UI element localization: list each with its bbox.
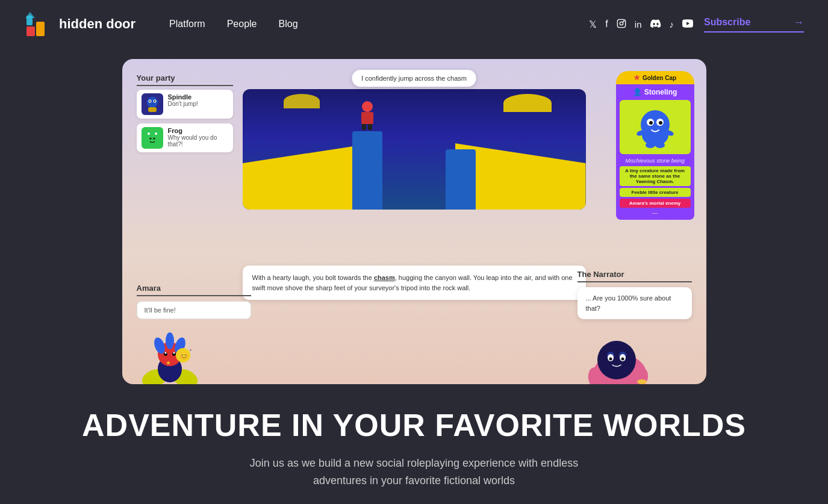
- svg-point-6: [623, 20, 624, 21]
- bottom-section: Amara It'll be fine!: [122, 264, 706, 384]
- hero-subtitle: Join us as we build a new social rolepla…: [234, 455, 595, 490]
- social-icons: 𝕏 f in ♪: [589, 18, 693, 31]
- svg-rect-0: [26, 26, 35, 36]
- discord-icon[interactable]: [650, 18, 661, 31]
- youtube-icon[interactable]: [682, 19, 693, 30]
- hero-section: ADVENTURE IN YOUR FAVORITE WORLDS Join u…: [0, 384, 828, 502]
- main-character: [357, 101, 378, 131]
- card-panel: ★ Golden Cap 👤 Stoneling: [616, 71, 694, 220]
- party-title: Your party: [137, 73, 233, 86]
- narrator-bubble: ... Are you 1000% sure about that?: [577, 287, 692, 319]
- party-member-spindle: Spindle Don't jump!: [137, 90, 233, 119]
- game-panel: I confidently jump across the chasm: [122, 59, 706, 384]
- navbar: hidden door Platform People Blog 𝕏 f in …: [0, 0, 828, 48]
- amara-title: Amara: [137, 284, 251, 296]
- narrator-panel: The Narrator ... Are you 1000% sure abou…: [577, 270, 692, 384]
- card-trait-1: Feeble little creature: [620, 188, 691, 197]
- svg-rect-12: [148, 107, 157, 112]
- linkedin-icon[interactable]: in: [635, 19, 642, 30]
- party-panel: Your party Spindle Don't jump!: [137, 73, 233, 157]
- svg-rect-1: [36, 22, 45, 36]
- card-inner: 👤 Stoneling: [616, 84, 694, 220]
- spindle-avatar: [142, 93, 163, 115]
- narrator-title: The Narrator: [577, 270, 692, 282]
- frog-avatar: [142, 127, 163, 149]
- frog-dialog: Why would you do that?!: [168, 134, 228, 148]
- nav-people[interactable]: People: [227, 19, 257, 30]
- twitter-icon[interactable]: 𝕏: [589, 19, 597, 30]
- svg-point-40: [164, 352, 166, 354]
- svg-point-7: [147, 97, 158, 108]
- svg-point-30: [655, 142, 665, 148]
- party-member-frog: Frog Why would you do that?!: [137, 123, 233, 152]
- spindle-dialog: Don't jump!: [168, 101, 198, 107]
- logo-icon: [24, 10, 53, 39]
- svg-point-10: [149, 101, 150, 102]
- nav-right: 𝕏 f in ♪ →: [589, 16, 804, 33]
- amara-character-area: ★ 😊 +: [137, 324, 251, 384]
- svg-point-29: [646, 142, 655, 148]
- narrator-character-area: [577, 324, 692, 384]
- svg-point-16: [148, 132, 150, 135]
- svg-point-36: [166, 332, 174, 349]
- subscribe-input[interactable]: [704, 17, 788, 28]
- card-character-name: 👤 Stoneling: [620, 88, 691, 96]
- card-trait-2: Amara's mortal enemy: [620, 199, 691, 208]
- subscribe-area[interactable]: →: [704, 16, 804, 33]
- svg-rect-4: [617, 19, 625, 27]
- svg-point-22: [641, 110, 670, 139]
- svg-text:★: ★: [166, 359, 171, 366]
- nav-blog[interactable]: Blog: [279, 19, 298, 30]
- card-character-image: [620, 100, 691, 154]
- svg-point-18: [149, 138, 151, 140]
- svg-point-52: [609, 358, 612, 361]
- svg-point-19: [153, 138, 155, 140]
- golden-cap-badge: ★ Golden Cap: [616, 71, 694, 84]
- spindle-name: Spindle: [168, 93, 198, 101]
- svg-point-56: [637, 379, 647, 384]
- svg-point-47: [597, 341, 636, 379]
- svg-point-5: [620, 22, 623, 25]
- brand-name: hidden door: [59, 16, 135, 32]
- svg-point-11: [154, 101, 155, 102]
- speech-bubble: I confidently jump across the chasm: [352, 70, 476, 87]
- amara-character-svg: ★ 😊 +: [137, 324, 203, 384]
- card-trait-0: A tiny creature made from the same stone…: [620, 166, 691, 186]
- subscribe-arrow-icon[interactable]: →: [793, 16, 804, 29]
- card-dash: —: [620, 210, 691, 216]
- svg-marker-3: [25, 12, 35, 18]
- game-container: I confidently jump across the chasm: [0, 48, 828, 384]
- svg-point-25: [649, 121, 653, 125]
- svg-point-41: [173, 352, 175, 354]
- svg-point-26: [659, 121, 662, 125]
- card-desc: Mischievous stone being: [620, 158, 691, 164]
- nav-platform[interactable]: Platform: [169, 19, 205, 30]
- svg-point-17: [155, 132, 157, 135]
- tiktok-icon[interactable]: ♪: [670, 19, 674, 30]
- svg-text:😊: 😊: [179, 351, 188, 360]
- scene-illustration: [243, 89, 586, 210]
- logo[interactable]: hidden door: [24, 10, 135, 39]
- facebook-icon[interactable]: f: [605, 19, 608, 30]
- hero-title: ADVENTURE IN YOUR FAVORITE WORLDS: [12, 408, 816, 443]
- frog-name: Frog: [168, 127, 228, 134]
- svg-point-53: [621, 358, 624, 361]
- narrator-character-svg: [577, 324, 662, 384]
- nav-links: Platform People Blog: [169, 19, 297, 30]
- instagram-icon[interactable]: [617, 19, 626, 30]
- amara-input[interactable]: It'll be fine!: [137, 301, 251, 319]
- svg-text:+: +: [189, 347, 192, 353]
- amara-panel: Amara It'll be fine!: [137, 284, 251, 384]
